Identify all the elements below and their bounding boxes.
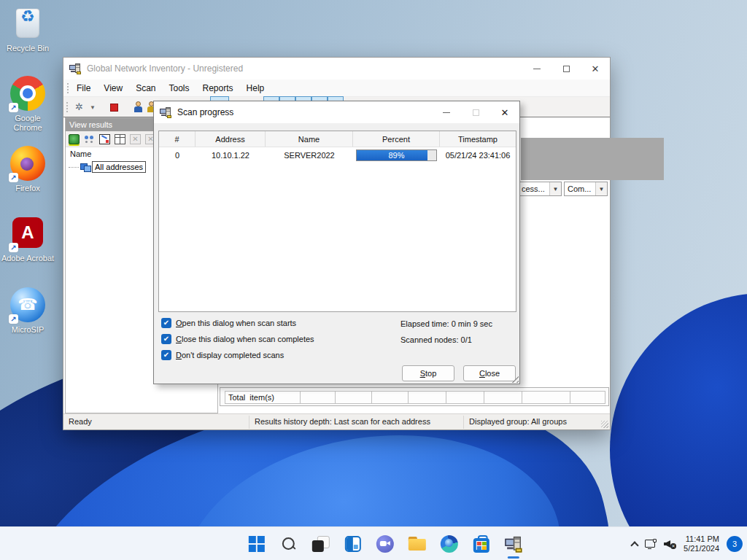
- col-name[interactable]: Name: [266, 131, 353, 147]
- dialog-minimize-button[interactable]: [432, 101, 461, 123]
- tray-date: 5/21/2024: [684, 544, 719, 553]
- menu-scan[interactable]: Scan: [129, 80, 162, 96]
- desktop-icon-adobe-acrobat[interactable]: A↗ Adobe Acrobat: [0, 216, 55, 263]
- edge-button[interactable]: [433, 527, 465, 560]
- dialog-titlebar[interactable]: Scan progress ✕: [154, 101, 519, 123]
- stop-button[interactable]: Stop: [402, 365, 454, 381]
- dialog-close-button[interactable]: ✕: [490, 101, 519, 123]
- task-view-icon: [312, 536, 330, 552]
- desktop-icon-label: Firefox: [0, 184, 55, 193]
- network-icon[interactable]: [645, 539, 657, 549]
- totals-cell: [484, 391, 522, 404]
- col-address[interactable]: Address: [196, 131, 266, 147]
- file-explorer-button[interactable]: [401, 527, 433, 560]
- col-index[interactable]: #: [159, 131, 196, 147]
- search-icon: [281, 536, 297, 552]
- active-app-indicator: [508, 556, 519, 559]
- close-button[interactable]: Close: [463, 365, 516, 381]
- option-open-on-start[interactable]: ✔ Open this dialog when scan starts: [161, 318, 296, 328]
- acrobat-icon: A↗: [10, 216, 45, 251]
- option-close-on-complete[interactable]: ✔ Close this dialog when scan completes: [161, 334, 314, 344]
- status-history: Results history depth: Last scan for eac…: [255, 417, 430, 426]
- stop-scan-icon[interactable]: [110, 104, 118, 112]
- shortcut-arrow-icon: ↗: [9, 314, 18, 324]
- notification-badge[interactable]: 3: [727, 536, 743, 552]
- totals-cell: [372, 391, 409, 404]
- menu-file[interactable]: File: [70, 80, 97, 96]
- chat-button[interactable]: [369, 527, 401, 560]
- elapsed-time: Elapsed time: 0 min 9 sec: [400, 319, 492, 328]
- resize-grip[interactable]: [601, 421, 608, 428]
- desktop-icon-firefox[interactable]: ↗ Firefox: [0, 146, 55, 193]
- checkbox-checked-icon[interactable]: ✔: [161, 318, 171, 328]
- shortcut-arrow-icon: ↗: [9, 243, 18, 252]
- minimize-button[interactable]: [522, 58, 551, 79]
- option-hide-completed[interactable]: ✔ Don't display completed scans: [161, 350, 284, 360]
- checkbox-checked-icon[interactable]: ✔: [161, 350, 171, 360]
- desktop-icon-label: Adobe Acrobat: [0, 254, 55, 263]
- store-button[interactable]: [465, 527, 498, 560]
- status-separator: [463, 416, 464, 429]
- cell-name: SERVER2022: [266, 147, 353, 163]
- pins-icon[interactable]: [84, 134, 95, 144]
- firefox-icon: ↗: [10, 146, 45, 181]
- main-window-titlebar[interactable]: Global Network Inventory - Unregistered …: [63, 58, 610, 79]
- preview-placeholder: [521, 138, 664, 180]
- tray-overflow-chevron-icon[interactable]: [630, 541, 638, 549]
- scan-table-row[interactable]: 0 10.10.1.22 SERVER2022 89% 05/21/24 23:…: [159, 147, 516, 163]
- totals-cell: [336, 391, 372, 404]
- scan-table: # Address Name Percent Timestamp 0 10.10…: [158, 131, 516, 312]
- dropdown-caret-icon[interactable]: ▼: [90, 104, 96, 111]
- widgets-button[interactable]: [337, 527, 369, 560]
- widgets-icon: [345, 536, 361, 552]
- menu-tools[interactable]: Tools: [163, 80, 196, 96]
- scanned-nodes: Scanned nodes: 0/1: [400, 335, 472, 344]
- desktop-icon-label: Google Chrome: [0, 114, 55, 133]
- cell-timestamp: 05/21/24 23:41:06: [440, 147, 516, 163]
- checkbox-checked-icon[interactable]: ✔: [161, 334, 171, 344]
- com-combo[interactable]: Com... ▼: [564, 182, 608, 196]
- network-scan-icon[interactable]: [69, 134, 80, 144]
- clock[interactable]: 11:41 PM 5/21/2024: [684, 534, 719, 553]
- maximize-button[interactable]: [551, 58, 581, 79]
- col-timestamp[interactable]: Timestamp: [440, 131, 516, 147]
- tree-leader: [69, 167, 79, 168]
- app-icon: [69, 63, 81, 74]
- gni-taskbar-button[interactable]: [498, 527, 530, 560]
- taskbar-center: [241, 527, 530, 560]
- search-button[interactable]: [273, 527, 305, 560]
- toolbar-grip: [66, 102, 69, 112]
- desktop-icon-label: Recycle Bin: [0, 44, 55, 53]
- progress-label: 89%: [357, 150, 436, 160]
- start-button[interactable]: [241, 527, 273, 560]
- totals-cell: [570, 391, 605, 404]
- tray-time: 11:41 PM: [684, 534, 719, 544]
- scan-wizard-icon[interactable]: ✲: [75, 101, 83, 112]
- chevron-down-icon[interactable]: ▼: [595, 182, 607, 195]
- menu-reports[interactable]: Reports: [196, 80, 240, 96]
- totals-panel: Total item(s): [220, 387, 609, 406]
- wallpaper-petal: [610, 293, 747, 560]
- clipboard-icon[interactable]: [99, 134, 110, 144]
- user-tool-icon[interactable]: [133, 101, 143, 112]
- desktop-icon-google-chrome[interactable]: ↗ Google Chrome: [0, 76, 55, 133]
- gni-app-icon: [505, 535, 522, 552]
- desktop-icon-recycle-bin[interactable]: ♻ Recycle Bin: [0, 6, 55, 53]
- close-button[interactable]: ✕: [581, 58, 610, 79]
- menu-help[interactable]: Help: [240, 80, 271, 96]
- menu-view[interactable]: View: [97, 80, 129, 96]
- scan-table-header: # Address Name Percent Timestamp: [159, 131, 516, 147]
- volume-muted-icon[interactable]: ✕: [664, 539, 676, 549]
- microsip-icon: ☎↗: [10, 287, 45, 322]
- progress-bar: 89%: [356, 149, 437, 161]
- process-combo[interactable]: cess... ▼: [518, 182, 562, 196]
- cell-index: 0: [159, 147, 196, 163]
- desktop-icon-microsip[interactable]: ☎↗ MicroSIP: [0, 287, 55, 335]
- task-view-button[interactable]: [305, 527, 337, 560]
- columns-icon[interactable]: [115, 134, 125, 144]
- col-percent[interactable]: Percent: [353, 131, 440, 147]
- status-bar: Ready Results history depth: Last scan f…: [63, 413, 610, 429]
- chrome-icon: ↗: [10, 76, 45, 111]
- chevron-down-icon[interactable]: ▼: [549, 182, 561, 195]
- menu-bar: File View Scan Tools Reports Help: [63, 79, 610, 97]
